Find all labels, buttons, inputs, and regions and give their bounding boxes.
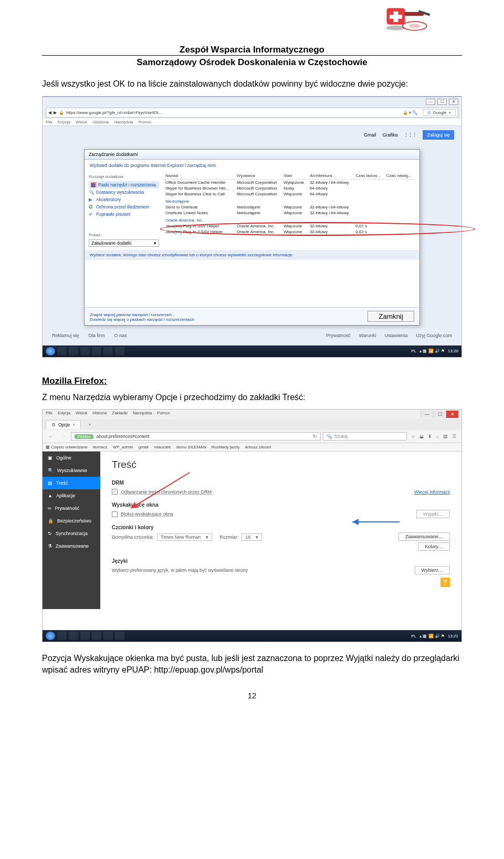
firefox-icon[interactable]: [115, 632, 124, 640]
side-search[interactable]: 🔍Wyszukiwanie: [43, 464, 100, 477]
tray-icons[interactable]: ▴ ▦ 📶 🔊 ⚑: [419, 349, 445, 353]
excel-icon[interactable]: [92, 347, 101, 355]
word-icon[interactable]: [103, 632, 113, 640]
outlook-icon[interactable]: [80, 632, 90, 640]
table-row: Skype for Business Browser Hel...Microso…: [163, 185, 415, 191]
header-line2: Samorządowy Ośrodek Doskonalenia w Częst…: [42, 57, 462, 68]
exceptions-button[interactable]: Wyjątki…: [416, 510, 450, 518]
firefox-icon[interactable]: [115, 347, 124, 355]
table-row: Send to OneNoteNiedostępneWłączone32-bit…: [163, 204, 415, 210]
explorer-icon[interactable]: [69, 632, 78, 640]
find-more-link[interactable]: Znajdź więcej pasków narzędzi i rozszerz…: [90, 312, 194, 317]
advanced-button[interactable]: Zaawansowane…: [398, 532, 450, 541]
tab-title: Google: [433, 110, 447, 115]
more-info-link[interactable]: Więcej informacji: [414, 489, 450, 495]
excel-icon[interactable]: [92, 632, 101, 640]
clock: 13:21: [448, 634, 458, 638]
ie-icon[interactable]: [57, 347, 67, 355]
side-search[interactable]: 🔍Dostawcy wyszukiwania: [89, 188, 159, 196]
lock-icon: 🔒: [59, 110, 64, 115]
taskbar: PL ▴ ▦ 📶 🔊 ⚑ 13:20: [43, 345, 461, 357]
ie-icon[interactable]: [57, 632, 67, 640]
window-maximize-icon[interactable]: ☐: [437, 99, 447, 105]
side-toolbars[interactable]: ▦Paski narzędzi i rozszerzenia: [89, 181, 159, 188]
tray-icons[interactable]: ▴ ▦ 📶 🔊 ⚑: [419, 634, 445, 638]
learn-more-link[interactable]: Dowiedz się więcej o paskach narzędzi i …: [90, 317, 194, 322]
forward-icon[interactable]: →: [58, 432, 69, 441]
dialog-subtitle: Wyświetl dodatki do programu Internet Ex…: [85, 160, 419, 171]
size-select[interactable]: 16▾: [242, 533, 262, 541]
start-icon[interactable]: [46, 632, 55, 640]
tab-close-icon[interactable]: ×: [448, 110, 451, 115]
firefox-pill: Firefox: [75, 434, 93, 439]
home-icon[interactable]: ⌂: [436, 434, 439, 439]
bookmarks-bar: ▦ Często odwiedzane tłumacz WP_admin gma…: [43, 443, 461, 452]
clock: 13:20: [448, 349, 458, 353]
popup-checkbox[interactable]: [112, 511, 118, 517]
dialog-title: Zarządzanie dodatkami: [85, 150, 419, 160]
outro-text: Pozycja Wyskakujące okienka ma być pusta…: [42, 653, 462, 675]
address-bar[interactable]: Firefox about:preferences#content ↻: [71, 432, 321, 441]
ie-menubar: Plik Edycja Widok Ulubione Narzędzia Pom…: [43, 119, 461, 126]
start-icon[interactable]: [46, 347, 55, 355]
options-content-panel: Treść DRM ✓ Odtwarzanie treści chroniony…: [100, 452, 461, 609]
side-apps[interactable]: ▲Aplikacje: [43, 489, 100, 502]
page-number: 12: [42, 691, 462, 700]
side-privacy[interactable]: ∞Prywatność: [43, 502, 100, 515]
forward-icon[interactable]: ▶: [54, 110, 57, 115]
close-button[interactable]: Zamknij: [368, 311, 414, 322]
info-bar: Wybierz dodatek, którego stan chcesz zmo…: [85, 250, 419, 260]
window-close-icon[interactable]: ✕: [449, 99, 458, 105]
table-row: Java(tm) Plug-In 2 SSV HelperOracle Amer…: [163, 229, 415, 235]
addons-table: Nazwa Wydawca Stan Architektura Czas ład…: [163, 172, 415, 235]
gear-icon: ⚙: [51, 422, 56, 427]
side-accel[interactable]: ▶Akceleratory: [89, 196, 159, 203]
images-link[interactable]: Grafika: [382, 132, 397, 138]
back-icon[interactable]: ◀: [48, 110, 51, 115]
word-icon[interactable]: [103, 347, 113, 355]
explorer-icon[interactable]: [69, 347, 78, 355]
panel-title: Treść: [112, 459, 450, 470]
window-close-icon[interactable]: ✕: [446, 411, 458, 418]
url-text: https://www.google.pl/?gfe_rd=cr&ei=Fkyv…: [66, 110, 401, 115]
search-input[interactable]: 🔍 Szukaj: [323, 432, 407, 441]
ff-menubar: Plik Edycja Widok Historia Zakładki Narz…: [43, 410, 461, 419]
side-sync[interactable]: ↻Synchronizacja: [43, 527, 100, 540]
window-minimize-icon[interactable]: —: [421, 411, 433, 418]
choose-button[interactable]: Wybierz…: [415, 566, 450, 574]
signin-button[interactable]: Zaloguj się: [423, 130, 454, 140]
tab-close-icon[interactable]: ×: [72, 422, 75, 427]
side-general[interactable]: ▣Ogólne: [43, 452, 100, 464]
firefox-heading: Mozilla Firefox:: [42, 376, 462, 386]
library-icon[interactable]: ▤: [443, 434, 448, 439]
show-dropdown[interactable]: Załadowane dodatki▾: [89, 239, 159, 247]
apps-icon[interactable]: ⋮⋮⋮: [404, 132, 416, 138]
window-minimize-icon[interactable]: —: [426, 99, 435, 105]
menu-icon[interactable]: ☰: [452, 434, 456, 439]
manage-addons-dialog: Zarządzanie dodatkami Wyświetl dodatki d…: [84, 149, 420, 326]
taskbar: PL ▴ ▦ 📶 🔊 ⚑ 13:21: [43, 630, 461, 642]
outlook-icon[interactable]: [80, 347, 90, 355]
side-security[interactable]: 🔒Bezpieczeństwo: [43, 515, 100, 527]
drm-checkbox[interactable]: ✓: [112, 489, 118, 495]
side-advanced[interactable]: ⚗Zaawansowane: [43, 540, 100, 552]
new-tab-button[interactable]: +: [84, 421, 95, 429]
window-maximize-icon[interactable]: ☐: [433, 411, 446, 418]
colors-button[interactable]: Kolory…: [418, 542, 450, 551]
address-bar[interactable]: ◀ ▶ 🔒 https://www.google.pl/?gfe_rd=cr&e…: [46, 108, 458, 118]
pocket-icon[interactable]: ◒: [419, 434, 424, 439]
download-icon[interactable]: ⬇: [428, 434, 432, 439]
ie-screenshot: — ☐ ✕ ◀ ▶ 🔒 https://www.google.pl/?gfe_r…: [42, 96, 462, 358]
back-icon[interactable]: ←: [46, 432, 56, 441]
help-icon[interactable]: ?: [440, 578, 450, 587]
font-select[interactable]: Times New Roman▾: [157, 533, 212, 541]
side-content[interactable]: ▤Treść: [43, 477, 100, 489]
svg-point-7: [409, 24, 421, 28]
side-tracking[interactable]: ✪Ochrona przed śledzeniem: [89, 203, 159, 211]
star-icon[interactable]: ☆: [411, 434, 415, 439]
tab-options[interactable]: ⚙ Opcje ×: [46, 420, 81, 429]
firefox-intro: Z menu Narzędzia wybieramy Opcje i przec…: [42, 392, 462, 403]
gmail-link[interactable]: Gmail: [364, 132, 376, 138]
side-spell[interactable]: ✔Poprawki pisowni: [89, 211, 159, 218]
reload-icon[interactable]: ↻: [313, 434, 317, 439]
